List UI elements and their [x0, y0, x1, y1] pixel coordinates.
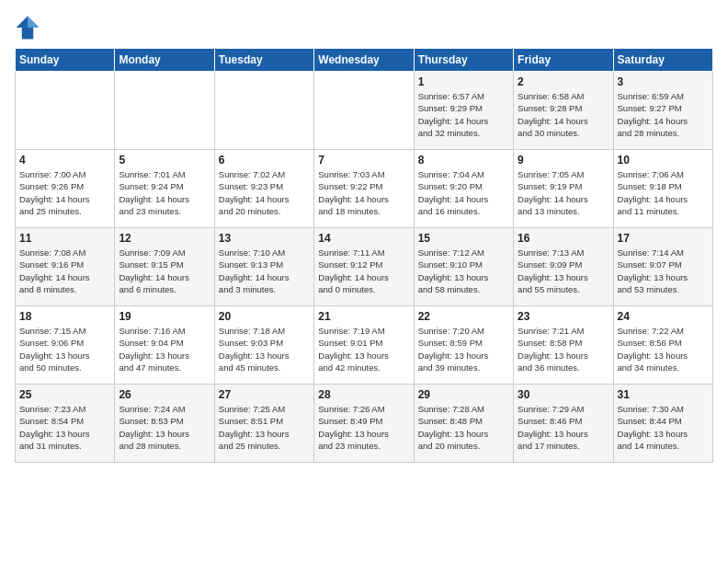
col-header-monday: Monday — [115, 49, 214, 72]
calendar-cell: 22Sunrise: 7:20 AM Sunset: 8:59 PM Dayli… — [414, 306, 513, 385]
day-number: 23 — [518, 310, 609, 323]
calendar-cell: 21Sunrise: 7:19 AM Sunset: 9:01 PM Dayli… — [314, 306, 414, 385]
day-info: Sunrise: 7:06 AM Sunset: 9:18 PM Dayligh… — [618, 168, 709, 217]
calendar-cell: 20Sunrise: 7:18 AM Sunset: 9:03 PM Dayli… — [214, 306, 313, 385]
day-info: Sunrise: 7:20 AM Sunset: 8:59 PM Dayligh… — [418, 325, 509, 373]
calendar-cell: 30Sunrise: 7:29 AM Sunset: 8:46 PM Dayli… — [514, 385, 613, 463]
day-number: 11 — [19, 232, 110, 245]
calendar-cell: 11Sunrise: 7:08 AM Sunset: 9:16 PM Dayli… — [16, 228, 115, 306]
svg-marker-1 — [28, 17, 39, 28]
day-info: Sunrise: 6:58 AM Sunset: 9:28 PM Dayligh… — [518, 90, 609, 139]
day-info: Sunrise: 7:21 AM Sunset: 8:58 PM Dayligh… — [518, 325, 609, 373]
day-info: Sunrise: 7:05 AM Sunset: 9:19 PM Dayligh… — [518, 168, 609, 217]
calendar-cell: 10Sunrise: 7:06 AM Sunset: 9:18 PM Dayli… — [613, 150, 712, 228]
day-number: 28 — [318, 388, 409, 401]
day-number: 31 — [618, 388, 709, 401]
day-number: 2 — [518, 75, 609, 88]
calendar-cell: 9Sunrise: 7:05 AM Sunset: 9:19 PM Daylig… — [514, 150, 613, 228]
col-header-saturday: Saturday — [613, 49, 712, 72]
day-info: Sunrise: 7:24 AM Sunset: 8:53 PM Dayligh… — [119, 403, 210, 452]
day-info: Sunrise: 7:26 AM Sunset: 8:49 PM Dayligh… — [318, 403, 409, 452]
day-number: 3 — [618, 75, 709, 88]
day-info: Sunrise: 7:04 AM Sunset: 9:20 PM Dayligh… — [418, 168, 509, 217]
day-number: 5 — [119, 154, 210, 167]
day-number: 26 — [119, 388, 210, 401]
day-number: 27 — [219, 388, 310, 401]
calendar-week-row: 25Sunrise: 7:23 AM Sunset: 8:54 PM Dayli… — [16, 385, 713, 463]
day-info: Sunrise: 7:11 AM Sunset: 9:12 PM Dayligh… — [318, 247, 409, 295]
day-number: 20 — [219, 310, 310, 323]
day-info: Sunrise: 7:03 AM Sunset: 9:22 PM Dayligh… — [318, 168, 409, 217]
day-info: Sunrise: 7:30 AM Sunset: 8:44 PM Dayligh… — [618, 403, 709, 452]
col-header-tuesday: Tuesday — [214, 49, 313, 72]
calendar-cell: 16Sunrise: 7:13 AM Sunset: 9:09 PM Dayli… — [514, 228, 613, 306]
calendar-cell: 12Sunrise: 7:09 AM Sunset: 9:15 PM Dayli… — [115, 228, 214, 306]
logo-icon — [15, 15, 40, 40]
day-number: 21 — [318, 310, 409, 323]
col-header-thursday: Thursday — [414, 49, 513, 72]
day-number: 29 — [418, 388, 509, 401]
calendar-cell: 14Sunrise: 7:11 AM Sunset: 9:12 PM Dayli… — [314, 228, 414, 306]
calendar-cell: 13Sunrise: 7:10 AM Sunset: 9:13 PM Dayli… — [214, 228, 313, 306]
day-info: Sunrise: 6:59 AM Sunset: 9:27 PM Dayligh… — [618, 90, 709, 139]
calendar-cell: 26Sunrise: 7:24 AM Sunset: 8:53 PM Dayli… — [115, 385, 214, 463]
calendar-cell: 23Sunrise: 7:21 AM Sunset: 8:58 PM Dayli… — [514, 306, 613, 385]
calendar-cell: 28Sunrise: 7:26 AM Sunset: 8:49 PM Dayli… — [314, 385, 414, 463]
day-info: Sunrise: 7:25 AM Sunset: 8:51 PM Dayligh… — [219, 403, 310, 452]
calendar-cell: 1Sunrise: 6:57 AM Sunset: 9:29 PM Daylig… — [414, 72, 513, 150]
day-info: Sunrise: 7:28 AM Sunset: 8:48 PM Dayligh… — [418, 403, 509, 452]
calendar-cell: 24Sunrise: 7:22 AM Sunset: 8:56 PM Dayli… — [613, 306, 712, 385]
day-number: 9 — [518, 154, 609, 167]
day-number: 12 — [119, 232, 210, 245]
calendar-cell: 4Sunrise: 7:00 AM Sunset: 9:26 PM Daylig… — [16, 150, 115, 228]
day-number: 6 — [219, 154, 310, 167]
logo — [15, 15, 44, 40]
day-number: 17 — [618, 232, 709, 245]
day-info: Sunrise: 7:19 AM Sunset: 9:01 PM Dayligh… — [318, 325, 409, 373]
calendar-cell — [314, 72, 414, 150]
day-info: Sunrise: 7:12 AM Sunset: 9:10 PM Dayligh… — [418, 247, 509, 295]
day-number: 19 — [119, 310, 210, 323]
day-info: Sunrise: 7:02 AM Sunset: 9:23 PM Dayligh… — [219, 168, 310, 217]
day-number: 30 — [518, 388, 609, 401]
day-info: Sunrise: 7:16 AM Sunset: 9:04 PM Dayligh… — [119, 325, 210, 373]
calendar-cell: 6Sunrise: 7:02 AM Sunset: 9:23 PM Daylig… — [214, 150, 313, 228]
day-info: Sunrise: 7:14 AM Sunset: 9:07 PM Dayligh… — [618, 247, 709, 295]
calendar-cell: 7Sunrise: 7:03 AM Sunset: 9:22 PM Daylig… — [314, 150, 414, 228]
day-info: Sunrise: 6:57 AM Sunset: 9:29 PM Dayligh… — [418, 90, 509, 139]
calendar-cell: 5Sunrise: 7:01 AM Sunset: 9:24 PM Daylig… — [115, 150, 214, 228]
day-number: 10 — [618, 154, 709, 167]
day-info: Sunrise: 7:29 AM Sunset: 8:46 PM Dayligh… — [518, 403, 609, 452]
calendar-cell — [16, 72, 115, 150]
calendar-cell: 15Sunrise: 7:12 AM Sunset: 9:10 PM Dayli… — [414, 228, 513, 306]
day-info: Sunrise: 7:18 AM Sunset: 9:03 PM Dayligh… — [219, 325, 310, 373]
day-info: Sunrise: 7:08 AM Sunset: 9:16 PM Dayligh… — [19, 247, 110, 295]
calendar-cell: 27Sunrise: 7:25 AM Sunset: 8:51 PM Dayli… — [214, 385, 313, 463]
calendar-cell: 18Sunrise: 7:15 AM Sunset: 9:06 PM Dayli… — [16, 306, 115, 385]
col-header-wednesday: Wednesday — [314, 49, 414, 72]
calendar-cell: 25Sunrise: 7:23 AM Sunset: 8:54 PM Dayli… — [16, 385, 115, 463]
day-number: 14 — [318, 232, 409, 245]
day-number: 16 — [518, 232, 609, 245]
calendar-week-row: 11Sunrise: 7:08 AM Sunset: 9:16 PM Dayli… — [16, 228, 713, 306]
day-info: Sunrise: 7:10 AM Sunset: 9:13 PM Dayligh… — [219, 247, 310, 295]
calendar-cell: 3Sunrise: 6:59 AM Sunset: 9:27 PM Daylig… — [613, 72, 712, 150]
day-number: 24 — [618, 310, 709, 323]
day-number: 18 — [19, 310, 110, 323]
calendar-cell: 31Sunrise: 7:30 AM Sunset: 8:44 PM Dayli… — [613, 385, 712, 463]
day-info: Sunrise: 7:23 AM Sunset: 8:54 PM Dayligh… — [19, 403, 110, 452]
day-info: Sunrise: 7:00 AM Sunset: 9:26 PM Dayligh… — [19, 168, 110, 217]
calendar-week-row: 1Sunrise: 6:57 AM Sunset: 9:29 PM Daylig… — [16, 72, 713, 150]
day-info: Sunrise: 7:15 AM Sunset: 9:06 PM Dayligh… — [19, 325, 110, 373]
calendar-table: SundayMondayTuesdayWednesdayThursdayFrid… — [15, 48, 713, 463]
calendar-cell: 17Sunrise: 7:14 AM Sunset: 9:07 PM Dayli… — [613, 228, 712, 306]
day-number: 8 — [418, 154, 509, 167]
calendar-cell — [115, 72, 214, 150]
calendar-cell: 2Sunrise: 6:58 AM Sunset: 9:28 PM Daylig… — [514, 72, 613, 150]
day-number: 1 — [418, 75, 509, 88]
day-number: 15 — [418, 232, 509, 245]
day-info: Sunrise: 7:01 AM Sunset: 9:24 PM Dayligh… — [119, 168, 210, 217]
col-header-friday: Friday — [514, 49, 613, 72]
day-info: Sunrise: 7:22 AM Sunset: 8:56 PM Dayligh… — [618, 325, 709, 373]
calendar-cell: 19Sunrise: 7:16 AM Sunset: 9:04 PM Dayli… — [115, 306, 214, 385]
